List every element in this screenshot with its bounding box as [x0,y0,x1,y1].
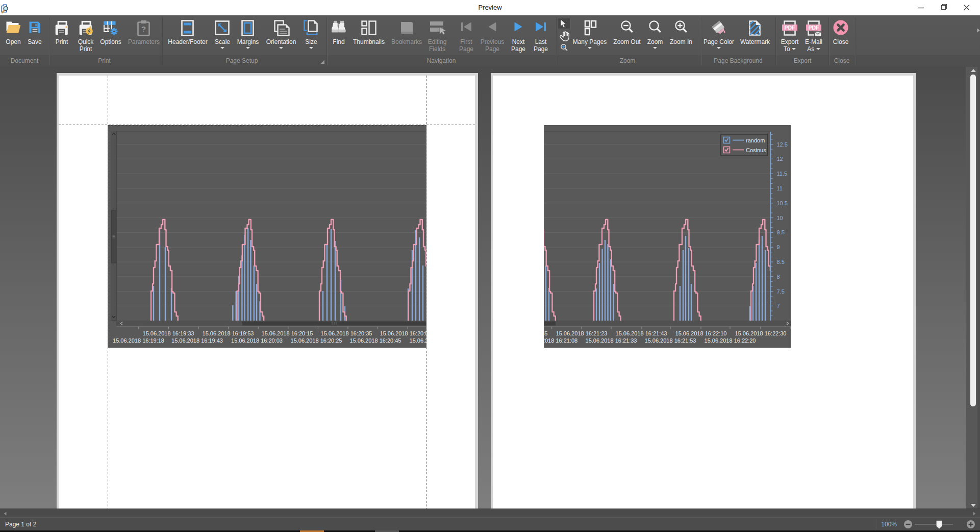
svg-text:random: random [746,137,765,143]
svg-text:15.06.2018 16:19:33: 15.06.2018 16:19:33 [143,330,194,336]
svg-text:15.06.2018 16:21:23: 15.06.2018 16:21:23 [556,330,608,336]
svg-text:15.06.2018 16:21:08: 15.06.2018 16:21:08 [410,337,426,344]
svg-text:15.06.2018 16:20:55: 15.06.2018 16:20:55 [380,330,426,336]
svg-text:11.5: 11.5 [777,171,788,177]
svg-text:15.06.2018 16:21:53: 15.06.2018 16:21:53 [645,337,696,344]
svg-text:15.06.2018 16:20:35: 15.06.2018 16:20:35 [321,330,372,336]
svg-text:PDF: PDF [785,25,796,31]
svg-text:15.06.2018 16:20:03: 15.06.2018 16:20:03 [231,337,283,344]
svg-text:Cosinus: Cosinus [746,147,766,153]
svg-text:15.06.2018 16:21:43: 15.06.2018 16:21:43 [616,330,667,336]
svg-text:15.06.2018 16:20:25: 15.06.2018 16:20:25 [291,337,342,344]
svg-text:PDF: PDF [809,25,820,31]
svg-text:10: 10 [777,215,783,221]
svg-text:15.06.2018 16:22:10: 15.06.2018 16:22:10 [675,330,727,336]
svg-text:15.06.2018 16:22:20: 15.06.2018 16:22:20 [705,337,756,344]
svg-text:15.06.2018 16:19:53: 15.06.2018 16:19:53 [203,330,254,336]
svg-text:15.06.2018 16:21:08: 15.06.2018 16:21:08 [544,337,577,344]
svg-text:8: 8 [777,274,780,280]
svg-text:?: ? [141,25,146,33]
svg-text:9.5: 9.5 [777,229,785,235]
svg-text:15.06.2018 16:22:30: 15.06.2018 16:22:30 [735,330,787,336]
svg-text:7.5: 7.5 [777,288,785,295]
svg-text:15.06.2018 16:21:33: 15.06.2018 16:21:33 [586,337,637,344]
svg-text:10.5: 10.5 [777,200,788,206]
svg-text:12.5: 12.5 [777,141,788,148]
svg-text:9: 9 [777,244,780,250]
svg-text:8.5: 8.5 [777,259,785,265]
svg-text:15.06.2018 16:20:45: 15.06.2018 16:20:45 [350,337,401,344]
svg-text:11: 11 [777,185,783,191]
svg-text:12: 12 [777,156,783,162]
svg-text:7: 7 [777,303,780,309]
svg-text:15.06.2018 16:19:18: 15.06.2018 16:19:18 [113,337,164,344]
svg-text:15.06.2018 16:19:43: 15.06.2018 16:19:43 [171,337,223,344]
svg-text:15.06.2018 16:20:55: 15.06.2018 16:20:55 [544,330,547,336]
svg-text:15.06.2018 16:20:15: 15.06.2018 16:20:15 [262,330,313,336]
